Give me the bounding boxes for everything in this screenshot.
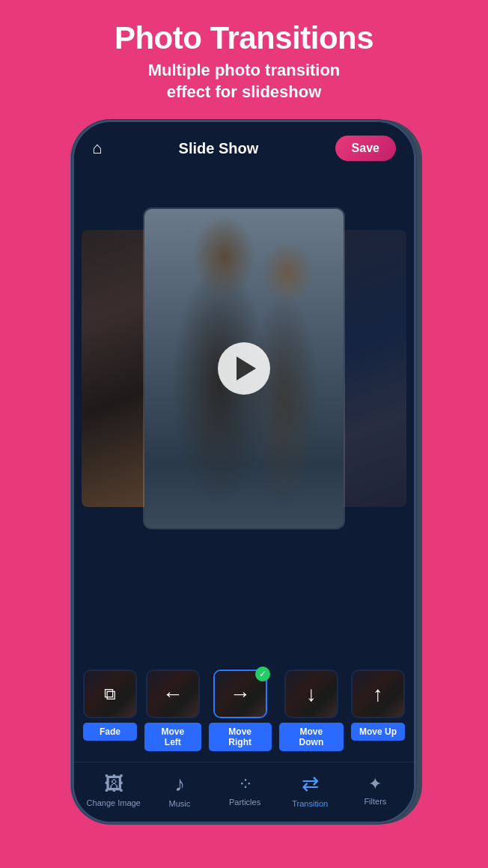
fade-icon: ⧉ [104,685,116,704]
move-down-icon: ↓ [306,682,317,706]
change-image-icon: 🖼 [104,772,123,795]
move-right-icon: → [230,682,251,706]
change-image-label: Change Image [87,798,141,807]
main-photo [143,207,345,529]
nav-particles[interactable]: ⁘ Particles [219,774,271,807]
header-section: Photo Transitions Multiple photo transit… [0,0,488,118]
effect-item-move-down[interactable]: ↓ Move Down [279,670,344,751]
app-title: Slide Show [179,140,259,157]
effects-row: ⧉ Fade ← Move Left [83,670,405,756]
particles-icon: ⁘ [238,774,251,795]
effect-item-move-up[interactable]: ↑ Move Up [351,670,405,751]
selected-checkmark: ✓ [255,667,270,682]
nav-transition[interactable]: ⇄ Transition [284,771,336,808]
main-title: Photo Transitions [30,21,458,55]
effect-thumb-fade: ⧉ [83,670,137,718]
play-triangle-icon [237,356,256,380]
phone-screen: ⌂ Slide Show Save [74,122,414,822]
play-button[interactable] [218,342,270,395]
move-up-icon: ↑ [373,682,383,706]
home-icon[interactable]: ⌂ [92,139,102,158]
transition-icon: ⇄ [302,771,319,796]
effect-item-fade[interactable]: ⧉ Fade [83,670,137,751]
move-right-button[interactable]: Move Right [209,723,272,751]
sub-title: Multiple photo transitioneffect for slid… [30,60,458,103]
effect-item-move-left[interactable]: ← Move Left [144,670,201,751]
effect-thumb-move-left: ← [146,670,200,718]
nav-music[interactable]: ♪ Music [153,772,206,808]
bottom-nav: 🖼 Change Image ♪ Music ⁘ Particles ⇄ Tra… [74,762,414,822]
effect-thumb-move-right: → ✓ [213,670,267,718]
fade-button[interactable]: Fade [83,723,137,741]
particles-label: Particles [229,798,260,807]
nav-filters[interactable]: ✦ Filters [349,774,401,806]
filters-icon: ✦ [368,774,382,794]
carousel-area [74,170,414,567]
transition-label: Transition [292,799,328,808]
bottom-area: ✕ ⧉ Fade ← [74,659,414,822]
side-button-2 [414,332,416,399]
effects-strip: ✕ ⧉ Fade ← [74,659,414,762]
top-bar: ⌂ Slide Show Save [74,122,414,170]
save-button[interactable]: Save [335,136,396,161]
side-button-1 [414,272,416,317]
phone-mockup: ⌂ Slide Show Save [72,120,416,824]
move-down-button[interactable]: Move Down [279,723,344,751]
move-up-button[interactable]: Move Up [351,723,405,741]
effect-thumb-move-up: ↑ [351,670,405,718]
effect-item-move-right[interactable]: → ✓ Move Right [209,670,272,751]
nav-change-image[interactable]: 🖼 Change Image [87,772,141,807]
filters-label: Filters [364,797,386,806]
music-label: Music [169,799,191,808]
music-icon: ♪ [174,772,185,796]
move-left-icon: ← [162,682,183,706]
move-left-button[interactable]: Move Left [144,723,201,751]
effect-thumb-move-down: ↓ [284,670,338,718]
